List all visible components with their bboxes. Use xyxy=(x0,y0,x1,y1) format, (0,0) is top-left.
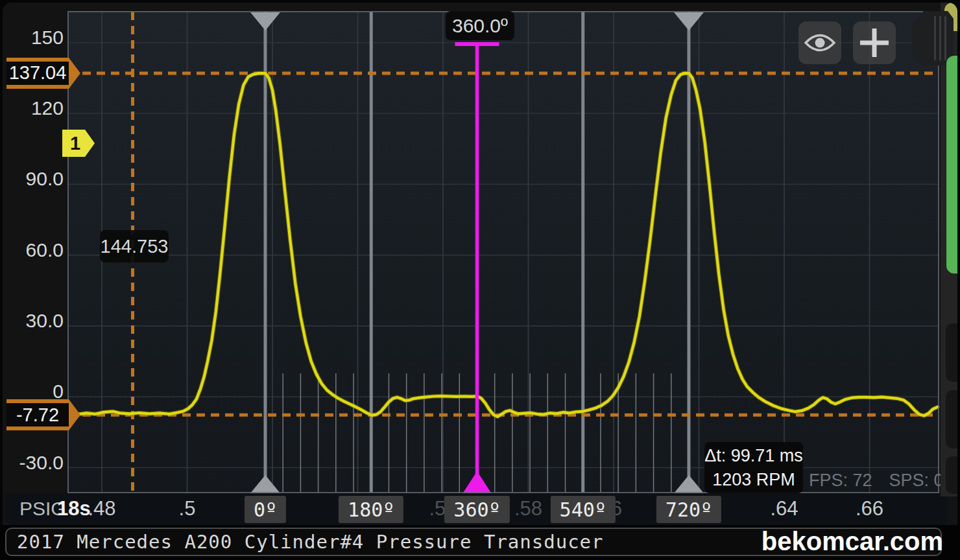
low-reference-value: -7.72 xyxy=(6,399,69,430)
eye-icon xyxy=(804,32,836,53)
high-reference-value: 137.04 xyxy=(6,58,69,89)
side-pill-button[interactable] xyxy=(946,390,957,449)
footer-bar: 2017 Mercedes A200 Cylinder#4 Pressure T… xyxy=(0,525,960,560)
scope-screen: 15012090.060.030.00-30.0 137.04 -7.72 1 … xyxy=(3,3,957,560)
time-axis-label: .48 xyxy=(88,497,115,520)
watermark: bekomcar.com xyxy=(762,527,943,556)
y-axis-label: -30.0 xyxy=(3,452,64,474)
plus-icon xyxy=(858,27,891,59)
degree-marker-720[interactable]: 720º xyxy=(656,496,721,523)
y-axis-label: 120 xyxy=(3,97,64,119)
y-axis-label: 90.0 xyxy=(3,168,64,190)
time-axis-label: .5 xyxy=(179,497,196,520)
marker-arrow-icon xyxy=(69,399,80,430)
degree-marker-540[interactable]: 540º xyxy=(551,496,616,523)
y-axis-label: 150 xyxy=(3,27,64,49)
time-axis-label: .66 xyxy=(856,497,883,520)
time-axis-label: .64 xyxy=(770,497,798,520)
side-pill-button[interactable] xyxy=(946,456,957,494)
delta-readout: Δt: 99.71 ms 1203 RPM xyxy=(704,442,803,493)
timebase-label: 18s xyxy=(57,497,91,520)
y-axis-label: 60.0 xyxy=(3,239,64,261)
status-readout: FPS: 72 SPS: 0 xyxy=(809,471,944,491)
degree-marker-0[interactable]: 0º xyxy=(245,496,286,523)
time-axis-label: .58 xyxy=(514,497,542,520)
sps-value: SPS: 0 xyxy=(889,471,944,491)
phase-cursor-label-box[interactable]: 360.0º xyxy=(446,11,514,40)
y-axis-label: 30.0 xyxy=(3,310,64,332)
add-channel-button[interactable] xyxy=(853,21,896,64)
marker-arrow-icon xyxy=(69,58,80,89)
fps-value: FPS: 72 xyxy=(809,471,872,491)
scope-app: 15012090.060.030.00-30.0 137.04 -7.72 1 … xyxy=(0,0,960,560)
delta-time: Δt: 99.71 ms xyxy=(704,444,803,468)
low-reference-marker[interactable]: -7.72 xyxy=(6,399,80,430)
degree-marker-360[interactable]: 360º xyxy=(444,496,509,523)
side-pill-button[interactable] xyxy=(946,323,957,382)
x-axis-strip: PSIG 18s .48.5.56.58.6.64.66 0º180º360º5… xyxy=(6,493,948,525)
time-cursor-value-box[interactable]: 144.753 xyxy=(100,230,169,262)
delta-rpm: 1203 RPM xyxy=(712,468,795,492)
panel-grip-handle[interactable] xyxy=(912,11,954,65)
visibility-toggle-button[interactable] xyxy=(798,21,841,64)
green-side-tab[interactable] xyxy=(946,56,957,274)
degree-marker-180[interactable]: 180º xyxy=(339,496,403,523)
high-reference-marker[interactable]: 137.04 xyxy=(6,58,80,89)
recording-title: 2017 Mercedes A200 Cylinder#4 Pressure T… xyxy=(17,531,604,553)
